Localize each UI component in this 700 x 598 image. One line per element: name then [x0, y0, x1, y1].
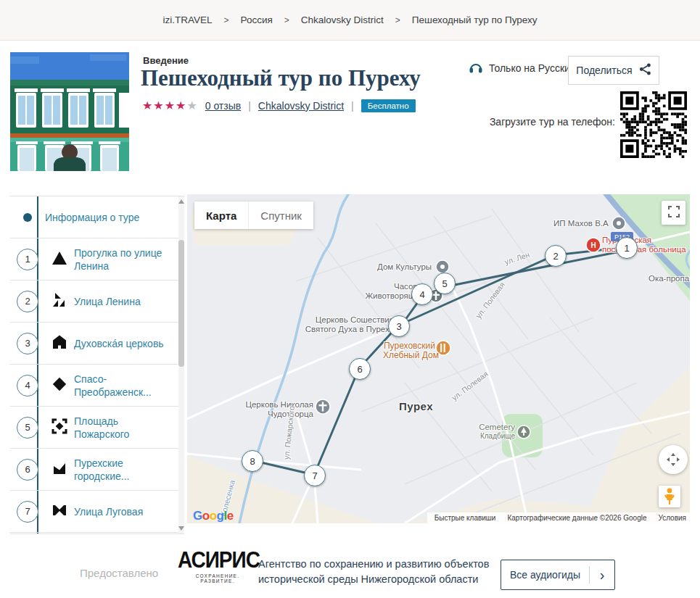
framed-diamond-icon — [51, 418, 68, 438]
stop-number: 3 — [17, 333, 38, 354]
asiris-logo: АСИРИС СОХРАНЕНИЕ. РАЗВИТИЕ. — [178, 549, 258, 584]
sidebar-item-label: Духовска́я церковь — [74, 337, 184, 350]
tour-map[interactable]: H Карта Спутник — [187, 194, 690, 523]
google-logo[interactable]: Google — [193, 509, 234, 523]
star-icon: ★ — [142, 99, 153, 112]
poi-label-oka: Ока-пропа — [648, 274, 690, 283]
poi-label-makhov[interactable]: ИП Махов В.А — [553, 219, 609, 228]
sidebar-item-stop-4[interactable]: 4 Спасо-Преображенск... — [10, 365, 184, 407]
map-marker-2[interactable]: 2 — [545, 245, 567, 267]
pegman-control[interactable] — [659, 486, 680, 507]
sidebar-item-stop-1[interactable]: 1 Прогулка по улице Ленина — [10, 238, 184, 281]
page: izi.TRAVEL > Россия > Chkalovsky Distric… — [0, 0, 700, 598]
notched-square-icon — [51, 502, 68, 522]
district-link[interactable]: Chkalovsky District — [258, 100, 344, 112]
breadcrumb-separator: > — [284, 15, 289, 25]
asiris-logo-title: АСИРИС — [178, 547, 258, 574]
intro-kicker: Введение — [143, 55, 189, 66]
diamond-icon — [51, 375, 68, 396]
scroll-down-arrow[interactable] — [178, 526, 184, 531]
triangles-icon — [51, 291, 68, 312]
breadcrumb-separator: > — [395, 15, 400, 25]
stop-number: 4 — [17, 375, 38, 396]
asiris-logo-subtitle: СОХРАНЕНИЕ. РАЗВИТИЕ. — [178, 573, 258, 584]
church-icon — [51, 333, 68, 354]
stop-number: 7 — [17, 501, 38, 523]
stop-number: 1 — [17, 249, 38, 270]
town-label: Пурех — [399, 402, 433, 412]
breadcrumb-country[interactable]: Россия — [241, 14, 273, 25]
breadcrumb-separator: > — [223, 15, 228, 25]
scroll-up-arrow[interactable] — [178, 199, 184, 204]
star-icon: ★ — [165, 99, 176, 112]
star-icon: ★ — [153, 99, 164, 112]
scrollbar-thumb[interactable] — [178, 240, 184, 367]
poi-label-cemetery[interactable]: CemeteryКладбище — [457, 423, 515, 441]
map-marker-8[interactable]: 8 — [242, 450, 263, 472]
agency-description: Агентство по сохранению и развитию объек… — [258, 557, 489, 587]
meta-separator: | — [248, 100, 251, 112]
poi-label-bakery[interactable]: ПуреховскийХлебный Дом — [383, 341, 435, 360]
terms-link[interactable]: Условия — [658, 514, 686, 522]
map-marker-5[interactable]: 5 — [434, 273, 456, 294]
pan-arrows-icon — [665, 452, 681, 468]
map-attribution: Быстрые клавиши Картографические данные … — [427, 512, 690, 523]
language-note: Только на Русский — [469, 61, 576, 75]
chevron-right-icon: › — [590, 568, 614, 582]
star-icon: ★ — [186, 99, 197, 112]
stop-number: 2 — [17, 291, 38, 312]
sidebar-item-stop-7[interactable]: 7 Улица Луговая — [10, 491, 184, 533]
reviews-link[interactable]: 0 отзыв — [205, 100, 242, 112]
sidebar-item-label: Спасо-Преображенск... — [74, 373, 184, 399]
map-marker-6[interactable]: 6 — [349, 358, 371, 380]
map-marker-3[interactable]: 3 — [388, 315, 410, 337]
timeline-dot — [23, 213, 32, 222]
map-data-text: Картографические данные ©2026 Google — [507, 514, 646, 522]
all-audioguides-label: Все аудиогиды — [501, 569, 589, 581]
sidebar-item-label: Площадь Пожарского — [74, 415, 184, 441]
share-button[interactable]: Поделиться — [568, 56, 659, 85]
sidebar-item-label: Прогулка по улице Ленина — [74, 246, 184, 273]
flag-icon — [51, 460, 68, 480]
all-audioguides-button[interactable]: Все аудиогиды › — [501, 560, 615, 590]
map-marker-1[interactable]: 1 — [616, 237, 638, 259]
map-type-toggle: Карта Спутник — [194, 202, 313, 229]
poi-label-culture-house[interactable]: Дом Культуры — [377, 262, 432, 272]
sidebar-item-label: Улица Ленина — [74, 295, 184, 308]
free-badge: Бесплатно — [361, 99, 416, 112]
provided-by-label: Предоставлено — [80, 567, 158, 579]
language-note-label: Только на Русский — [489, 62, 576, 74]
qr-code — [620, 91, 687, 158]
meta-separator: | — [351, 100, 354, 112]
tour-cover-image — [10, 52, 129, 171]
pegman-icon — [664, 488, 675, 505]
share-button-label: Поделиться — [576, 65, 632, 76]
breadcrumb-current: Пешеходный тур по Пуреху — [412, 14, 538, 25]
sidebar-item-stop-6[interactable]: 6 Пурехские городские... — [10, 449, 184, 491]
breadcrumb-district[interactable]: Chkalovsky District — [301, 14, 384, 25]
sidebar-item-stop-3[interactable]: 3 Духовска́я церковь — [10, 323, 184, 365]
sidebar-scrollbar — [178, 196, 184, 533]
sidebar-item-stop-5[interactable]: 5 Площадь Пожарского — [10, 407, 184, 449]
stop-number: 6 — [17, 459, 38, 481]
shortcuts-link[interactable]: Быстрые клавиши — [435, 514, 496, 522]
star-rating: ★★★★★ — [142, 99, 198, 112]
fullscreen-icon — [668, 206, 680, 220]
poi-label-nicholas-church[interactable]: Церковь НиколаяЧудотворца — [238, 400, 313, 418]
map-marker-4[interactable]: 4 — [411, 283, 433, 305]
page-title: Пешеходный тур по Пуреху — [141, 65, 421, 91]
map-marker-7[interactable]: 7 — [304, 465, 326, 486]
tour-stops-sidebar: Информация о туре 1 Прогулка по улице Ле… — [10, 196, 184, 534]
svg-text:H: H — [590, 241, 596, 249]
headphones-icon — [469, 61, 483, 75]
sidebar-item-info[interactable]: Информация о туре — [10, 196, 184, 238]
pan-control[interactable] — [659, 445, 688, 474]
breadcrumb-home[interactable]: izi.TRAVEL — [162, 14, 212, 25]
fullscreen-button[interactable] — [662, 201, 685, 225]
poi-label-descent-church[interactable]: Церковь СошествияСвятого Духа в Пурехе — [300, 315, 394, 333]
map-type-satellite-button[interactable]: Спутник — [249, 202, 313, 229]
map-type-map-button[interactable]: Карта — [194, 202, 248, 229]
sidebar-item-stop-2[interactable]: 2 Улица Ленина — [10, 281, 184, 323]
download-tour-label: Загрузите тур на телефон: — [470, 116, 615, 128]
sidebar-item-label: Пурехские городские... — [74, 457, 184, 483]
